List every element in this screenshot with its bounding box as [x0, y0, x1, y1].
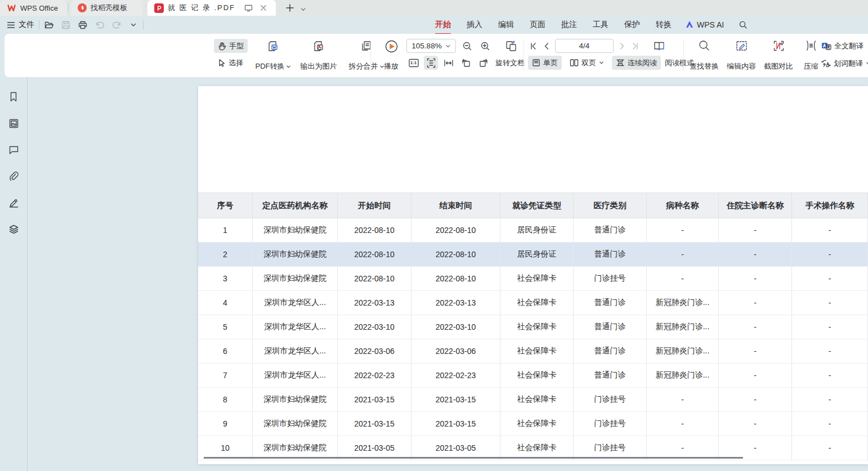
- rotate-left-icon[interactable]: [459, 56, 473, 70]
- previous-page-icon[interactable]: [542, 39, 552, 53]
- play-button[interactable]: 播放: [378, 38, 404, 73]
- select-tool-label: 选择: [229, 58, 243, 68]
- word-translate-label: 划词翻译: [834, 59, 863, 69]
- zoom-out-icon[interactable]: [460, 39, 474, 53]
- table-bottom-border: [204, 457, 743, 459]
- actual-size-icon[interactable]: 1:1: [406, 56, 420, 70]
- page-indicator-input[interactable]: 4/4: [555, 39, 614, 53]
- table-row[interactable]: 6深圳市龙华区人...2022-03-062022-03-06社会保障卡普通门诊…: [198, 339, 868, 364]
- column-header: 结束时间: [411, 193, 500, 218]
- split-merge-icon: [360, 39, 373, 53]
- hand-tool-button[interactable]: 手型: [214, 39, 248, 53]
- zoom-in-icon[interactable]: [478, 39, 492, 53]
- table-row[interactable]: 5深圳市龙华区人...2022-03-102022-03-10社会保障卡普通门诊…: [198, 315, 868, 339]
- table-cell: 2022-08-10: [338, 243, 411, 266]
- table-cell: 门诊挂号: [574, 436, 647, 460]
- fit-page-icon[interactable]: [424, 56, 438, 70]
- table-cell: 2021-03-15: [338, 412, 411, 436]
- thumbnails-panel-icon[interactable]: [6, 116, 21, 131]
- rotate-right-icon[interactable]: [476, 56, 490, 70]
- table-row[interactable]: 4深圳市龙华区人...2022-03-132022-03-13社会保障卡普通门诊…: [198, 291, 868, 315]
- table-cell: 2022-08-10: [338, 218, 411, 242]
- single-page-button[interactable]: 单页: [528, 56, 562, 70]
- menu-item-protect[interactable]: 保护: [616, 17, 648, 32]
- signature-panel-icon[interactable]: [6, 195, 21, 210]
- table-row[interactable]: 8深圳市妇幼保健院2021-03-152021-03-15社会保障卡门诊挂号--…: [198, 388, 868, 412]
- bookmarks-panel-icon[interactable]: [6, 89, 21, 104]
- ribbon-divider: [370, 40, 371, 71]
- double-page-button[interactable]: 双页: [566, 56, 608, 70]
- tab-list-chevron-icon[interactable]: [297, 3, 308, 15]
- table-cell: 社会保障卡: [500, 436, 574, 460]
- table-cell: -: [792, 339, 868, 363]
- read-mode-icon: [652, 39, 666, 53]
- menu-item-insert[interactable]: 插入: [459, 17, 490, 32]
- table-cell: 深圳市妇幼保健院: [253, 412, 338, 436]
- screenshot-compare-button[interactable]: 截图对比: [761, 38, 796, 73]
- tab-wps-office[interactable]: WPS Office: [0, 0, 66, 16]
- table-row[interactable]: 2深圳市妇幼保健院2022-08-102022-08-10居民身份证普通门诊--…: [198, 243, 868, 267]
- menu-item-comment[interactable]: 批注: [553, 17, 585, 32]
- table-row[interactable]: 7深圳市龙华区人...2022-02-232022-02-23社会保障卡普通门诊…: [198, 364, 868, 388]
- zoom-level-select[interactable]: 105.88%: [406, 39, 456, 53]
- main-menu: 开始 插入 编辑 页面 批注 工具 保护 转换 WPS AI: [427, 17, 730, 32]
- rotate-pages-icon[interactable]: [504, 39, 518, 53]
- open-file-icon[interactable]: [44, 20, 54, 30]
- table-cell: 2022-02-23: [338, 364, 411, 387]
- continuous-read-button[interactable]: 连续阅读: [612, 56, 661, 70]
- table-cell: 门诊挂号: [574, 412, 647, 436]
- page-indicator-value: 4/4: [579, 42, 590, 50]
- table-cell: 普通门诊: [574, 315, 647, 339]
- column-header: 住院主诊断名称: [719, 193, 792, 218]
- full-translate-icon: [821, 42, 831, 51]
- table-cell: 2021-03-15: [411, 388, 500, 411]
- redo-icon[interactable]: [111, 20, 122, 30]
- table-row[interactable]: 9深圳市妇幼保健院2021-03-152021-03-15社会保障卡门诊挂号--…: [198, 412, 868, 436]
- template-icon: [78, 3, 87, 12]
- menu-item-convert[interactable]: 转换: [648, 17, 679, 32]
- next-page-icon[interactable]: [617, 39, 627, 53]
- last-page-icon[interactable]: [630, 39, 641, 53]
- save-icon[interactable]: [61, 20, 71, 30]
- present-to-screen-icon[interactable]: [243, 2, 254, 14]
- file-menu-button[interactable]: 文件: [7, 20, 34, 30]
- menu-item-page[interactable]: 页面: [522, 17, 553, 32]
- menu-search-icon[interactable]: [739, 20, 748, 29]
- pdf-convert-button[interactable]: PDF转换: [252, 38, 294, 73]
- table-cell: 新冠肺炎门诊...: [647, 339, 719, 363]
- table-cell: 2022-02-23: [411, 364, 500, 387]
- table-row[interactable]: 1深圳市妇幼保健院2022-08-102022-08-10居民身份证普通门诊--…: [198, 218, 868, 243]
- continuous-read-label: 连续阅读: [628, 58, 657, 68]
- quick-access-chevron-icon[interactable]: [128, 20, 138, 30]
- column-header: 手术操作名称: [792, 193, 868, 218]
- menu-item-home[interactable]: 开始: [427, 17, 459, 32]
- menu-item-edit[interactable]: 编辑: [490, 17, 522, 32]
- new-tab-icon[interactable]: [284, 2, 296, 14]
- find-replace-button[interactable]: 查找替换: [687, 38, 722, 73]
- select-tool-button[interactable]: 选择: [214, 56, 248, 70]
- ribbon-divider: [524, 40, 524, 71]
- comments-panel-icon[interactable]: [6, 142, 21, 157]
- export-image-button[interactable]: 输出为图片: [296, 38, 341, 73]
- edit-content-button[interactable]: 编辑内容: [724, 38, 759, 73]
- first-page-icon[interactable]: [528, 39, 538, 53]
- rotate-document-button[interactable]: 旋转文档: [495, 58, 525, 68]
- word-translate-button[interactable]: 划词翻译: [820, 56, 868, 70]
- ribbon-toolbar: 手型 选择 PDF转换 输出为图片 拆分合并 播放 105.88%: [5, 34, 868, 77]
- layers-panel-icon[interactable]: [6, 222, 21, 236]
- menu-item-wps-ai[interactable]: WPS AI: [679, 18, 730, 32]
- tab-template[interactable]: 找稻壳模板: [71, 0, 142, 16]
- close-tab-icon[interactable]: [258, 2, 269, 14]
- full-translate-button[interactable]: 全文翻译: [820, 39, 868, 53]
- tab-document-active[interactable]: 就 医 记 录 .PDF: [147, 0, 276, 16]
- column-header: 定点医药机构名称: [253, 193, 338, 218]
- menu-item-tools[interactable]: 工具: [585, 17, 616, 32]
- fit-width-icon[interactable]: [441, 56, 455, 70]
- table-cell: -: [719, 339, 792, 363]
- table-cell: -: [792, 315, 868, 339]
- table-row[interactable]: 3深圳市妇幼保健院2022-08-102022-08-10社会保障卡门诊挂号--…: [198, 267, 868, 291]
- table-cell: 深圳市龙华区人...: [253, 315, 338, 339]
- print-icon[interactable]: [78, 20, 88, 30]
- undo-icon[interactable]: [95, 20, 105, 30]
- attachments-panel-icon[interactable]: [6, 169, 21, 183]
